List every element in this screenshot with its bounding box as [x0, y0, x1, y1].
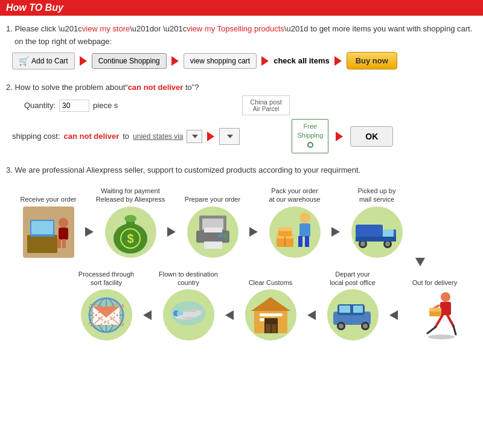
- svg-point-36: [441, 292, 450, 302]
- label-pickup: Picked up bymail service: [341, 187, 413, 204]
- svg-rect-30: [383, 229, 394, 237]
- arrow-r2-3: [225, 310, 234, 320]
- cart-icon: 🛒: [19, 56, 29, 66]
- svg-point-34: [385, 242, 390, 246]
- icon-customs: [234, 289, 307, 341]
- page-header: How TO Buy: [0, 0, 483, 16]
- row1-labels: Receive your order Waiting for paymentRe…: [12, 187, 471, 204]
- cannot-deliver-text: can not deliver: [64, 132, 120, 141]
- svg-line-44: [453, 326, 456, 334]
- svg-rect-57: [260, 313, 283, 316]
- label-depart: Depart yourlocal post office: [316, 270, 389, 287]
- svg-rect-68: [177, 312, 183, 315]
- quantity-input[interactable]: [59, 100, 89, 112]
- svg-point-51: [339, 324, 344, 328]
- arrow-r2-2: [307, 310, 316, 320]
- arrow-r2-1: [389, 310, 398, 320]
- svg-rect-60: [266, 324, 270, 333]
- svg-point-17: [219, 234, 222, 237]
- label-prepare: Prepare your order: [176, 195, 249, 203]
- icon-sort: [70, 289, 142, 341]
- row2-labels: Out for delivery Depart yourlocal post o…: [12, 270, 471, 287]
- shipping-method-dropdown[interactable]: [219, 128, 240, 145]
- cart-flow: 🛒 Add to Cart Continue Shopping view sho…: [12, 52, 477, 69]
- label-receive: Receive your order: [12, 195, 85, 203]
- svg-point-19: [299, 213, 310, 223]
- icon-pickup: [341, 206, 413, 258]
- label-customs: Clear Customs: [234, 278, 307, 287]
- free-shipping-box: Free Shipping: [292, 119, 328, 153]
- buy-now-button[interactable]: Buy now: [347, 52, 397, 69]
- icon-pack: [258, 206, 331, 258]
- step2-title: 2. How to solve the problem about“can no…: [6, 83, 477, 92]
- arrow-down-r1: [415, 258, 425, 266]
- svg-rect-5: [57, 239, 61, 248]
- quantity-row: Quantity: piece s China post Air Parcel: [24, 95, 477, 115]
- label-out-delivery: Out for delivery: [398, 278, 471, 287]
- row2-icons: [12, 289, 471, 341]
- step1-section: 1. Please click \u201cview my store\u201…: [0, 22, 483, 75]
- svg-line-42: [447, 315, 453, 326]
- label-payment: Waiting for paymentReleased by Aliexpres…: [94, 187, 167, 204]
- svg-text:$: $: [127, 232, 133, 245]
- svg-point-9: [124, 215, 136, 222]
- svg-rect-6: [62, 239, 66, 248]
- svg-point-32: [360, 242, 365, 246]
- icon-payment: $: [94, 206, 167, 258]
- arrow-r1-3: [249, 227, 258, 237]
- icon-receive: [12, 206, 85, 258]
- svg-rect-61: [272, 324, 277, 333]
- svg-rect-40: [429, 308, 441, 312]
- svg-point-53: [363, 324, 368, 328]
- china-post-box: China post Air Parcel: [242, 95, 290, 115]
- icon-prepare: [176, 206, 249, 258]
- svg-rect-37: [440, 302, 451, 315]
- arrow1: [80, 56, 87, 66]
- svg-rect-49: [353, 306, 363, 313]
- label-pack: Pack your orderat our warehouse: [258, 187, 331, 204]
- svg-rect-16: [204, 242, 222, 249]
- arrow-r1-1: [85, 227, 94, 237]
- svg-point-18: [223, 234, 226, 237]
- svg-rect-0: [27, 235, 57, 253]
- svg-line-43: [427, 327, 435, 333]
- view-store-link[interactable]: view my store: [82, 24, 130, 33]
- svg-point-3: [59, 218, 68, 228]
- row1-icons: $: [12, 206, 471, 258]
- destination-dropdown[interactable]: [187, 130, 202, 143]
- icon-depart: [316, 289, 389, 341]
- add-to-cart-button[interactable]: 🛒 Add to Cart: [12, 53, 75, 69]
- continue-shopping-button[interactable]: Continue Shopping: [92, 53, 167, 69]
- arrow-shipping: [207, 132, 214, 141]
- header-title: How TO Buy: [6, 2, 63, 13]
- ok-button[interactable]: OK: [350, 126, 393, 147]
- svg-rect-20: [299, 223, 310, 237]
- process-flow: Receive your order Waiting for paymentRe…: [0, 187, 483, 341]
- dropdown-icon2: [227, 135, 233, 138]
- arrow-r2-4: [143, 310, 152, 320]
- svg-rect-21: [298, 236, 302, 247]
- quantity-label: Quantity:: [24, 101, 56, 110]
- svg-marker-55: [251, 297, 290, 311]
- step2-section: 2. How to solve the problem about“can no…: [0, 80, 483, 158]
- svg-rect-22: [305, 236, 309, 247]
- free-shipping-circle: [307, 142, 313, 148]
- arrow3: [261, 56, 269, 66]
- check-items-button[interactable]: check all items: [273, 56, 330, 65]
- shipping-row: shipping cost: can not deliver to unied …: [12, 119, 477, 153]
- arrow2: [171, 56, 179, 66]
- label-flown: Flown to destinationcountry: [152, 270, 225, 287]
- label-sort: Processed throughsort facility: [70, 270, 142, 287]
- quantity-unit: piece s: [93, 101, 118, 110]
- destination-text: unied states via: [133, 132, 183, 141]
- view-topselling-link[interactable]: view my Topselling products: [187, 24, 284, 33]
- svg-rect-35: [356, 237, 396, 242]
- arrow-ok: [336, 132, 343, 141]
- svg-point-45: [428, 334, 455, 339]
- view-cart-button[interactable]: view shopping cart: [184, 53, 257, 69]
- svg-rect-27: [278, 228, 292, 231]
- icon-flown: [152, 289, 225, 341]
- svg-rect-48: [339, 306, 350, 313]
- icon-out-delivery: [398, 289, 471, 341]
- free-shipping-area: Free Shipping OK: [292, 119, 393, 153]
